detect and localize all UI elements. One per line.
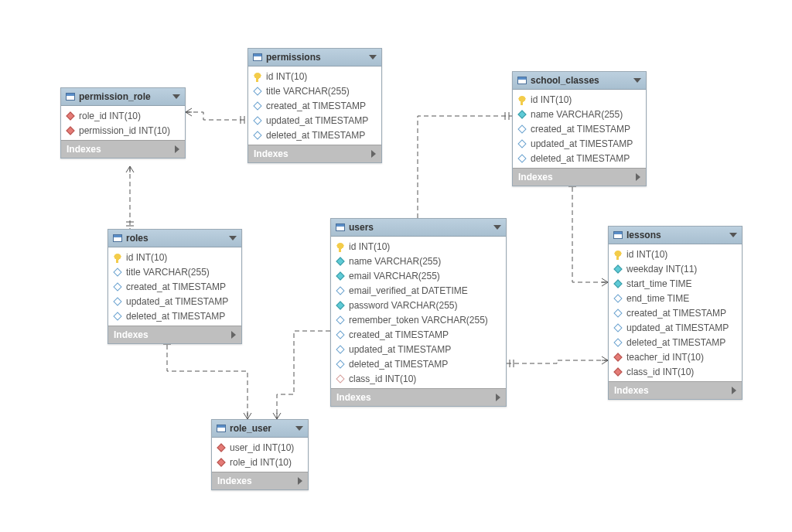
chevron-down-icon[interactable] <box>633 78 641 83</box>
column-row: created_at TIMESTAMP <box>513 121 646 136</box>
column-label: title VARCHAR(255) <box>266 86 350 97</box>
column-label: created_at TIMESTAMP <box>626 308 726 319</box>
column-row: email_verified_at DATETIME <box>331 283 506 298</box>
entity-title: users <box>349 222 374 233</box>
column-label: email_verified_at DATETIME <box>349 285 468 296</box>
indexes-footer[interactable]: Indexes <box>248 145 381 162</box>
entity-roles[interactable]: rolesid INT(10)title VARCHAR(255)created… <box>108 229 242 344</box>
column-row: class_id INT(10) <box>331 371 506 386</box>
entity-permission_role[interactable]: permission_rolerole_id INT(10)permission… <box>60 87 186 159</box>
column-label: created_at TIMESTAMP <box>126 281 226 292</box>
entity-header[interactable]: lessons <box>609 227 742 244</box>
indexes-footer[interactable]: Indexes <box>513 168 646 186</box>
entity-permissions[interactable]: permissionsid INT(10)title VARCHAR(255)c… <box>248 48 382 163</box>
column-row: updated_at TIMESTAMP <box>609 320 742 335</box>
indexes-footer[interactable]: Indexes <box>212 472 308 489</box>
table-icon <box>66 93 75 101</box>
indexes-label: Indexes <box>114 329 148 340</box>
indexes-footer[interactable]: Indexes <box>331 388 506 406</box>
column-row: created_at TIMESTAMP <box>108 279 241 294</box>
column-label: id INT(10) <box>266 71 307 82</box>
table-icon <box>113 234 122 242</box>
column-label: user_id INT(10) <box>230 442 294 453</box>
column-label: deleted_at TIMESTAMP <box>266 130 365 141</box>
column-row: email VARCHAR(255) <box>331 268 506 283</box>
column-row: created_at TIMESTAMP <box>248 98 381 113</box>
indexes-label: Indexes <box>67 144 101 155</box>
column-label: class_id INT(10) <box>349 373 416 384</box>
red-diamond-icon <box>66 111 74 120</box>
red-diamond-icon <box>66 126 74 135</box>
table-icon <box>253 53 262 61</box>
entity-title: role_user <box>230 423 271 434</box>
blue-diamond-icon <box>113 268 121 276</box>
chevron-down-icon[interactable] <box>172 94 180 99</box>
indexes-footer[interactable]: Indexes <box>61 140 185 158</box>
blue-diamond-icon <box>253 87 261 95</box>
chevron-down-icon[interactable] <box>493 225 501 230</box>
column-row: updated_at TIMESTAMP <box>248 113 381 128</box>
blue-diamond-icon <box>253 131 261 139</box>
indexes-label: Indexes <box>614 385 649 396</box>
entity-header[interactable]: roles <box>108 230 241 247</box>
column-row: role_id INT(10) <box>61 108 185 123</box>
blue-diamond-icon <box>113 312 121 320</box>
column-row: deleted_at TIMESTAMP <box>331 356 506 371</box>
column-label: deleted_at TIMESTAMP <box>531 153 630 164</box>
entity-role_user[interactable]: role_useruser_id INT(10)role_id INT(10)I… <box>211 419 309 490</box>
chevron-down-icon[interactable] <box>295 426 303 431</box>
column-row: id INT(10) <box>609 247 742 261</box>
chevron-right-icon[interactable] <box>636 173 640 181</box>
column-row: start_time TIME <box>609 276 742 291</box>
indexes-label: Indexes <box>518 172 553 182</box>
blue-diamond-icon <box>336 286 344 295</box>
key-icon <box>114 254 121 261</box>
column-row: weekday INT(11) <box>609 261 742 276</box>
entity-header[interactable]: permission_role <box>61 88 185 106</box>
blue-diamond-icon <box>336 345 344 353</box>
red-diamond-icon <box>217 458 225 466</box>
indexes-footer[interactable]: Indexes <box>108 326 241 343</box>
red-diamond-icon <box>613 353 622 361</box>
column-row: title VARCHAR(255) <box>248 84 381 98</box>
chevron-down-icon[interactable] <box>229 236 237 240</box>
chevron-down-icon[interactable] <box>729 233 737 237</box>
entity-header[interactable]: role_user <box>212 420 308 438</box>
column-row: deleted_at TIMESTAMP <box>108 309 241 323</box>
column-label: deleted_at TIMESTAMP <box>126 311 225 322</box>
column-row: role_id INT(10) <box>212 455 308 469</box>
column-label: updated_at TIMESTAMP <box>626 322 729 333</box>
chevron-right-icon[interactable] <box>371 150 376 158</box>
column-label: id INT(10) <box>531 94 572 105</box>
column-label: remember_token VARCHAR(255) <box>349 315 488 326</box>
chevron-right-icon[interactable] <box>231 331 236 339</box>
column-row: id INT(10) <box>331 239 506 254</box>
entity-header[interactable]: permissions <box>248 49 381 66</box>
chevron-right-icon[interactable] <box>732 387 736 394</box>
indexes-footer[interactable]: Indexes <box>609 381 742 399</box>
column-row: end_time TIME <box>609 291 742 305</box>
column-label: created_at TIMESTAMP <box>531 124 630 135</box>
blue-filled-diamond-icon <box>336 257 344 265</box>
blue-diamond-icon <box>336 360 344 368</box>
column-row: name VARCHAR(255) <box>331 254 506 268</box>
chevron-right-icon[interactable] <box>175 145 179 153</box>
chevron-right-icon[interactable] <box>298 477 302 485</box>
chevron-right-icon[interactable] <box>496 394 500 401</box>
entity-school_classes[interactable]: school_classesid INT(10)name VARCHAR(255… <box>512 71 647 186</box>
column-label: id INT(10) <box>349 241 390 252</box>
column-label: id INT(10) <box>626 249 667 260</box>
column-row: name VARCHAR(255) <box>513 107 646 121</box>
column-label: created_at TIMESTAMP <box>349 329 449 340</box>
column-row: id INT(10) <box>248 69 381 84</box>
entity-title: roles <box>126 233 148 244</box>
entity-header[interactable]: users <box>331 219 506 237</box>
table-icon <box>517 77 527 84</box>
blue-filled-diamond-icon <box>517 110 526 118</box>
column-label: updated_at TIMESTAMP <box>126 296 228 307</box>
entity-lessons[interactable]: lessonsid INT(10)weekday INT(11)start_ti… <box>608 226 742 400</box>
chevron-down-icon[interactable] <box>369 55 377 60</box>
entity-users[interactable]: usersid INT(10)name VARCHAR(255)email VA… <box>330 218 507 407</box>
entity-header[interactable]: school_classes <box>513 72 646 90</box>
key-icon <box>254 73 261 80</box>
